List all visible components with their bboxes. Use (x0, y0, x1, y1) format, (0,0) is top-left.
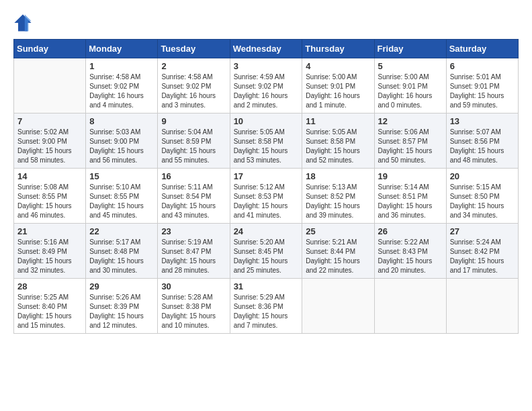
weekday-header: Friday (374, 40, 446, 58)
calendar-cell: 5Sunrise: 5:00 AM Sunset: 9:01 PM Daylig… (374, 58, 446, 113)
day-info: Sunrise: 4:58 AM Sunset: 9:02 PM Dayligh… (161, 73, 226, 110)
day-info: Sunrise: 5:10 AM Sunset: 8:55 PM Dayligh… (89, 183, 154, 220)
day-info: Sunrise: 5:25 AM Sunset: 8:40 PM Dayligh… (17, 293, 82, 330)
calendar-cell: 27Sunrise: 5:24 AM Sunset: 8:42 PM Dayli… (446, 224, 518, 279)
calendar-week-row: 21Sunrise: 5:16 AM Sunset: 8:49 PM Dayli… (14, 224, 519, 279)
calendar-cell: 22Sunrise: 5:17 AM Sunset: 8:48 PM Dayli… (86, 224, 158, 279)
day-info: Sunrise: 5:13 AM Sunset: 8:52 PM Dayligh… (306, 183, 370, 220)
day-number: 12 (378, 116, 443, 126)
day-number: 27 (450, 226, 515, 236)
day-info: Sunrise: 5:05 AM Sunset: 8:58 PM Dayligh… (234, 128, 299, 165)
day-info: Sunrise: 5:21 AM Sunset: 8:44 PM Dayligh… (306, 238, 370, 275)
calendar-cell: 21Sunrise: 5:16 AM Sunset: 8:49 PM Dayli… (14, 224, 86, 279)
day-info: Sunrise: 5:05 AM Sunset: 8:58 PM Dayligh… (306, 128, 370, 165)
day-number: 6 (450, 61, 515, 71)
day-number: 7 (17, 116, 82, 126)
calendar-cell: 25Sunrise: 5:21 AM Sunset: 8:44 PM Dayli… (302, 224, 374, 279)
calendar-cell: 17Sunrise: 5:12 AM Sunset: 8:53 PM Dayli… (230, 169, 302, 224)
day-info: Sunrise: 5:16 AM Sunset: 8:49 PM Dayligh… (17, 238, 82, 275)
calendar-cell: 26Sunrise: 5:22 AM Sunset: 8:43 PM Dayli… (374, 224, 446, 279)
calendar-cell: 19Sunrise: 5:14 AM Sunset: 8:51 PM Dayli… (374, 169, 446, 224)
calendar-cell (302, 279, 374, 334)
calendar-cell: 7Sunrise: 5:02 AM Sunset: 9:00 PM Daylig… (14, 113, 86, 169)
day-number: 21 (17, 226, 82, 236)
calendar-cell: 29Sunrise: 5:26 AM Sunset: 8:39 PM Dayli… (86, 279, 158, 334)
page-header (13, 13, 519, 32)
calendar-cell: 13Sunrise: 5:07 AM Sunset: 8:56 PM Dayli… (446, 113, 518, 169)
day-info: Sunrise: 5:14 AM Sunset: 8:51 PM Dayligh… (378, 183, 443, 220)
calendar-week-row: 1Sunrise: 4:58 AM Sunset: 9:02 PM Daylig… (14, 58, 519, 113)
day-info: Sunrise: 5:15 AM Sunset: 8:50 PM Dayligh… (450, 183, 515, 220)
day-info: Sunrise: 5:22 AM Sunset: 8:43 PM Dayligh… (378, 238, 443, 275)
weekday-header: Wednesday (230, 40, 302, 58)
calendar-cell: 1Sunrise: 4:58 AM Sunset: 9:02 PM Daylig… (86, 58, 158, 113)
calendar-cell (446, 279, 518, 334)
logo-icon (13, 13, 32, 32)
calendar-cell: 23Sunrise: 5:19 AM Sunset: 8:47 PM Dayli… (158, 224, 230, 279)
day-info: Sunrise: 5:24 AM Sunset: 8:42 PM Dayligh… (450, 238, 515, 275)
calendar-week-row: 14Sunrise: 5:08 AM Sunset: 8:55 PM Dayli… (14, 169, 519, 224)
day-number: 28 (17, 281, 82, 291)
day-number: 8 (89, 116, 154, 126)
weekday-header: Saturday (446, 40, 518, 58)
calendar-cell: 4Sunrise: 5:00 AM Sunset: 9:01 PM Daylig… (302, 58, 374, 113)
calendar-cell: 3Sunrise: 4:59 AM Sunset: 9:02 PM Daylig… (230, 58, 302, 113)
calendar-cell: 24Sunrise: 5:20 AM Sunset: 8:45 PM Dayli… (230, 224, 302, 279)
day-info: Sunrise: 5:00 AM Sunset: 9:01 PM Dayligh… (378, 73, 443, 110)
calendar-cell: 30Sunrise: 5:28 AM Sunset: 8:38 PM Dayli… (158, 279, 230, 334)
calendar-week-row: 28Sunrise: 5:25 AM Sunset: 8:40 PM Dayli… (14, 279, 519, 334)
calendar-header-row: SundayMondayTuesdayWednesdayThursdayFrid… (14, 40, 519, 58)
day-number: 17 (234, 171, 299, 181)
calendar-cell: 20Sunrise: 5:15 AM Sunset: 8:50 PM Dayli… (446, 169, 518, 224)
calendar-cell: 12Sunrise: 5:06 AM Sunset: 8:57 PM Dayli… (374, 113, 446, 169)
calendar-cell: 8Sunrise: 5:03 AM Sunset: 9:00 PM Daylig… (86, 113, 158, 169)
day-number: 30 (161, 281, 226, 291)
day-number: 16 (161, 171, 226, 181)
day-info: Sunrise: 4:58 AM Sunset: 9:02 PM Dayligh… (89, 73, 154, 110)
day-number: 23 (161, 226, 226, 236)
day-info: Sunrise: 5:06 AM Sunset: 8:57 PM Dayligh… (378, 128, 443, 165)
day-number: 13 (450, 116, 515, 126)
day-number: 4 (306, 61, 370, 71)
calendar-cell (14, 58, 86, 113)
day-number: 9 (161, 116, 226, 126)
day-number: 29 (89, 281, 154, 291)
calendar-cell: 28Sunrise: 5:25 AM Sunset: 8:40 PM Dayli… (14, 279, 86, 334)
calendar-cell: 11Sunrise: 5:05 AM Sunset: 8:58 PM Dayli… (302, 113, 374, 169)
calendar-cell: 31Sunrise: 5:29 AM Sunset: 8:36 PM Dayli… (230, 279, 302, 334)
day-number: 1 (89, 61, 154, 71)
logo (13, 13, 35, 32)
day-info: Sunrise: 5:00 AM Sunset: 9:01 PM Dayligh… (306, 73, 370, 110)
calendar-week-row: 7Sunrise: 5:02 AM Sunset: 9:00 PM Daylig… (14, 113, 519, 169)
calendar-cell: 10Sunrise: 5:05 AM Sunset: 8:58 PM Dayli… (230, 113, 302, 169)
weekday-header: Monday (86, 40, 158, 58)
day-info: Sunrise: 5:12 AM Sunset: 8:53 PM Dayligh… (234, 183, 299, 220)
day-info: Sunrise: 5:01 AM Sunset: 9:01 PM Dayligh… (450, 73, 515, 110)
calendar-cell (374, 279, 446, 334)
day-info: Sunrise: 5:02 AM Sunset: 9:00 PM Dayligh… (17, 128, 82, 165)
day-number: 2 (161, 61, 226, 71)
day-info: Sunrise: 5:20 AM Sunset: 8:45 PM Dayligh… (234, 238, 299, 275)
day-info: Sunrise: 5:26 AM Sunset: 8:39 PM Dayligh… (89, 293, 154, 330)
day-info: Sunrise: 5:29 AM Sunset: 8:36 PM Dayligh… (234, 293, 299, 330)
calendar-cell: 9Sunrise: 5:04 AM Sunset: 8:59 PM Daylig… (158, 113, 230, 169)
day-info: Sunrise: 5:04 AM Sunset: 8:59 PM Dayligh… (161, 128, 226, 165)
day-number: 19 (378, 171, 443, 181)
day-number: 11 (306, 116, 370, 126)
weekday-header: Sunday (14, 40, 86, 58)
day-number: 31 (234, 281, 299, 291)
day-info: Sunrise: 5:07 AM Sunset: 8:56 PM Dayligh… (450, 128, 515, 165)
day-info: Sunrise: 5:08 AM Sunset: 8:55 PM Dayligh… (17, 183, 82, 220)
day-info: Sunrise: 5:11 AM Sunset: 8:54 PM Dayligh… (161, 183, 226, 220)
day-number: 10 (234, 116, 299, 126)
calendar-cell: 6Sunrise: 5:01 AM Sunset: 9:01 PM Daylig… (446, 58, 518, 113)
weekday-header: Tuesday (158, 40, 230, 58)
day-info: Sunrise: 4:59 AM Sunset: 9:02 PM Dayligh… (234, 73, 299, 110)
day-number: 26 (378, 226, 443, 236)
svg-marker-0 (14, 14, 31, 31)
day-number: 5 (378, 61, 443, 71)
day-number: 20 (450, 171, 515, 181)
calendar-cell: 2Sunrise: 4:58 AM Sunset: 9:02 PM Daylig… (158, 58, 230, 113)
calendar-cell: 15Sunrise: 5:10 AM Sunset: 8:55 PM Dayli… (86, 169, 158, 224)
day-number: 14 (17, 171, 82, 181)
